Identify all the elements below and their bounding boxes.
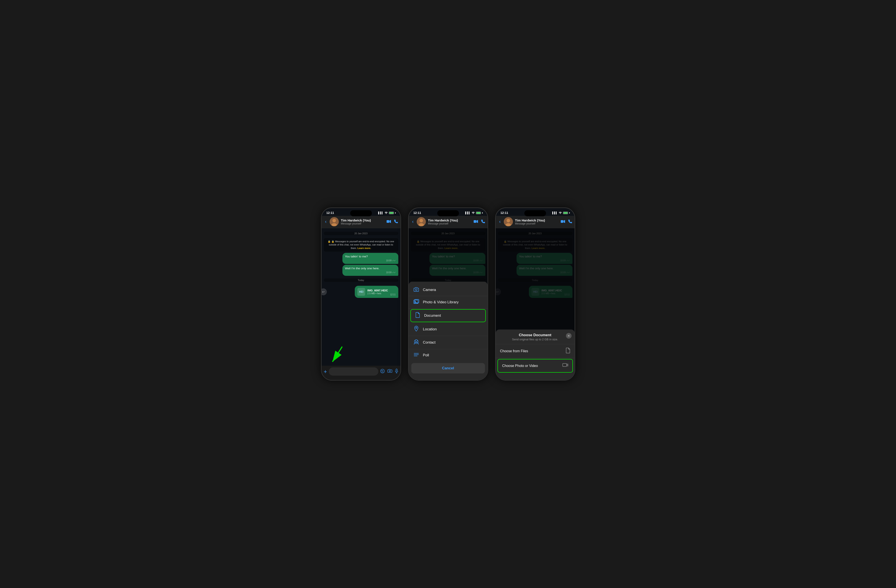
message-input-1[interactable] [329,368,378,375]
avatar-3 [504,217,513,226]
svg-rect-27 [561,220,563,223]
contact-sub-2: Message yourself [428,222,471,225]
dynamic-island-3 [524,210,546,216]
file-bubble-3: HEI IMG_6097.HEIC 2.5 MB • heic 12:11 [529,286,572,298]
header-info-2: Tim Hardwick (You) Message yourself [428,219,471,225]
camera-icon [413,287,419,293]
contact-icon [413,339,419,346]
chat-messages-2: 20 Jan 2023 🔒 Messages to yourself are e… [409,228,488,285]
poll-label: Poll [423,353,429,357]
cancel-button[interactable]: Cancel [411,363,485,374]
signal-icon-2: ▌▌▌ [465,211,470,214]
back-button-2[interactable]: ‹ [411,219,414,225]
svg-rect-7 [396,369,397,371]
svg-point-10 [419,219,423,222]
svg-point-17 [415,301,416,302]
phone-icon-2[interactable] [481,219,485,224]
message-2-2: Well I'm the only one here. 10:09 ✓✓ [430,265,485,276]
files-icon [565,348,570,354]
battery-icon-3 [563,212,568,214]
share-icon: ↩ [322,289,327,295]
status-icons-3: ▌▌▌ [552,211,570,214]
location-label: Location [423,327,437,331]
learn-more-1[interactable]: Learn more. [357,247,371,249]
phone-3: 12:11 ▌▌▌ ‹ Ti [495,207,575,381]
file-bubble-wrapper-3: ↩ HEI IMG_6097.HEIC 2.5 MB • heic 12:11 [498,285,573,299]
video-call-icon[interactable] [387,219,391,224]
back-button-3[interactable]: ‹ [498,219,501,225]
wifi-icon-3 [559,211,562,214]
contact-name-1: Tim Hardwick (You) [341,219,384,222]
signal-icon: ▌▌▌ [378,211,383,214]
sheet-item-photo[interactable]: Photo & Video Library [409,296,488,308]
file-name-1: IMG_6097.HEIC [367,289,388,292]
date-label-1: 20 Jan 2023 [324,232,398,235]
doc-sheet-title: Choose Document [499,333,571,337]
sheet-item-contact[interactable]: Contact [409,336,488,349]
svg-point-5 [381,369,384,373]
green-arrow-annotation [328,345,346,365]
contact-sub-3: Message yourself [515,222,559,225]
photo-video-icon [562,363,568,369]
dynamic-island [350,210,372,216]
phone-icon[interactable] [394,219,398,224]
battery-icon-2 [476,212,481,214]
status-icons-1: ▌▌▌ [378,211,395,214]
camera-mini-icon[interactable] [387,369,392,375]
header-info-1: Tim Hardwick (You) Message yourself [341,219,384,225]
contact-sub-1: Message yourself [341,222,384,225]
time-2: 12:11 [413,211,421,214]
chat-header-1: ‹ Tim Hardwick (You) Message yourself [322,216,401,228]
header-actions-1 [387,219,398,224]
doc-sheet-close-button[interactable]: ✕ [566,333,571,339]
svg-rect-3 [387,220,389,223]
plus-button-1[interactable]: + [324,368,327,375]
encrypted-notice-1: 🔒 🔒 Messages to yourself are end-to-end … [324,238,398,252]
doc-option-photo-video[interactable]: Choose Photo or Video [497,359,573,372]
sticker-icon[interactable] [380,369,385,375]
lock-icon: 🔒 [328,240,331,243]
sheet-item-poll[interactable]: Poll [409,349,488,361]
today-label-3: Today [498,278,573,282]
svg-rect-29 [563,363,567,366]
share-icon-3: ↩ [496,289,501,295]
file-info-3: IMG_6097.HEIC 2.5 MB • heic [541,289,562,295]
message-1-1: You talkin' to me? 10:09 ✓✓ [343,253,398,264]
avatar-2 [417,217,426,226]
phone-icon-3[interactable] [568,219,572,224]
doc-sheet-header: Choose Document Send original files up t… [496,333,574,344]
video-call-icon-2[interactable] [474,219,478,224]
svg-point-18 [416,327,417,328]
sheet-item-location[interactable]: Location [409,323,488,336]
choose-files-label: Choose from Files [500,349,528,353]
location-icon [413,326,419,333]
wifi-icon [384,211,388,214]
contact-name-2: Tim Hardwick (You) [428,219,471,222]
file-bubble-1: HEI IMG_6097.HEIC 2.5 MB • heic 12:11 [355,286,398,298]
file-icon-1: HEI [357,288,365,296]
time-3: 12:11 [501,211,508,214]
mic-icon[interactable] [395,369,398,375]
sheet-item-camera[interactable]: Camera [409,284,488,296]
camera-label: Camera [423,288,436,292]
message-3-2: Well I'm the only one here. 10:09 ✓✓ [517,265,573,276]
avatar-1 [330,217,339,226]
video-call-icon-3[interactable] [561,219,565,224]
svg-marker-28 [564,220,565,223]
message-3-1: You talkin' to me? 10:09 ✓✓ [517,253,573,264]
input-icons-1 [380,369,398,375]
back-button-1[interactable]: ‹ [324,219,328,225]
file-size-1: 2.5 MB • heic [367,292,388,295]
message-2-1: You talkin' to me? 10:09 ✓✓ [430,253,485,264]
doc-sheet-sub: Send original files up to 2 GB in size. [499,338,571,341]
header-actions-3 [561,219,572,224]
contact-name-3: Tim Hardwick (You) [515,219,559,222]
doc-option-files[interactable]: Choose from Files [496,344,574,358]
svg-rect-12 [474,220,476,223]
encrypted-notice-2: 🔒 Messages to yourself are end-to-end en… [411,238,485,252]
sheet-item-document[interactable]: Document [410,309,486,322]
chat-messages-3: 20 Jan 2023 🔒 Messages to yourself are e… [496,228,574,302]
file-icon-3: HEI [532,288,539,296]
file-time-3: 12:11 [564,293,570,296]
date-label-3: 20 Jan 2023 [498,232,573,235]
